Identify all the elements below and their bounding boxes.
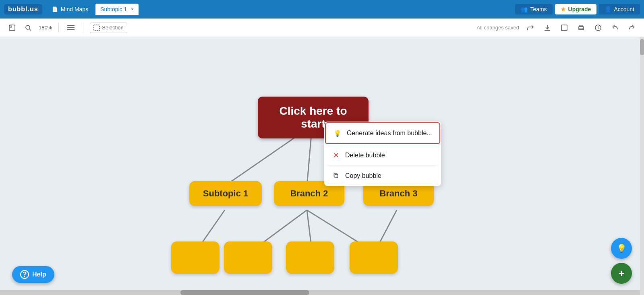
branch3-label: Branch 3 bbox=[379, 188, 417, 198]
fab-lightbulb-icon: 💡 bbox=[617, 243, 627, 253]
ctx-generate-ideas[interactable]: 💡 Generate ideas from bubble... bbox=[325, 122, 440, 144]
account-icon: 👤 bbox=[605, 6, 611, 12]
history-icon[interactable] bbox=[592, 22, 604, 33]
sub-node-1[interactable] bbox=[171, 241, 219, 274]
tab-close-icon[interactable]: × bbox=[131, 6, 134, 12]
toolbar-right: All changes saved bbox=[476, 22, 638, 33]
horizontal-scrollbar-thumb[interactable] bbox=[180, 290, 309, 295]
svg-rect-7 bbox=[94, 25, 99, 31]
upgrade-label: Upgrade bbox=[568, 6, 591, 12]
star-icon: ★ bbox=[561, 6, 566, 12]
fab-add-icon: + bbox=[618, 267, 624, 280]
help-label: Help bbox=[32, 271, 46, 278]
ctx-delete-bubble[interactable]: ✕ Delete bubble bbox=[324, 145, 441, 165]
mindmaps-icon: 📄 bbox=[52, 6, 58, 12]
sub-node-3[interactable] bbox=[286, 241, 334, 274]
context-menu: 💡 Generate ideas from bubble... ✕ Delete… bbox=[324, 122, 441, 186]
selection-button[interactable]: Selection bbox=[90, 23, 127, 33]
topbar: bubbl.us 📄 Mind Maps Subtopic 1 × 👥 Team… bbox=[0, 0, 644, 19]
horizontal-scrollbar[interactable] bbox=[0, 290, 644, 295]
svg-rect-9 bbox=[561, 25, 567, 31]
toolbar: 180% Selection All changes saved bbox=[0, 19, 644, 37]
upgrade-button[interactable]: ★ Upgrade bbox=[555, 4, 597, 14]
fab-add-button[interactable]: + bbox=[611, 263, 632, 284]
sub-node-4[interactable] bbox=[350, 241, 398, 274]
teams-icon: 👥 bbox=[521, 6, 528, 12]
tab-current[interactable]: Subtopic 1 × bbox=[95, 4, 139, 15]
download-icon[interactable] bbox=[542, 22, 553, 33]
help-button[interactable]: ? Help bbox=[12, 266, 54, 283]
sub-node-2[interactable] bbox=[224, 241, 272, 274]
logo-text: bubbl.us bbox=[8, 6, 38, 12]
account-button[interactable]: 👤 Account bbox=[599, 4, 640, 14]
svg-rect-1 bbox=[10, 26, 12, 27]
copy-icon: ⧉ bbox=[331, 171, 340, 180]
ctx-delete-label: Delete bubble bbox=[345, 152, 385, 159]
ctx-copy-label: Copy bubble bbox=[345, 172, 381, 179]
question-icon: ? bbox=[20, 270, 29, 279]
branch1-label: Subtopic 1 bbox=[203, 188, 248, 198]
svg-point-2 bbox=[26, 25, 30, 29]
svg-rect-11 bbox=[580, 28, 583, 29]
print-icon[interactable] bbox=[576, 22, 587, 33]
selection-label: Selection bbox=[102, 25, 123, 31]
ctx-copy-bubble[interactable]: ⧉ Copy bubble bbox=[324, 166, 441, 186]
delete-icon: ✕ bbox=[331, 151, 340, 160]
vertical-scrollbar-thumb[interactable] bbox=[640, 39, 644, 55]
share-icon[interactable] bbox=[525, 22, 536, 33]
teams-button[interactable]: 👥 Teams bbox=[515, 4, 552, 14]
logo[interactable]: bubbl.us bbox=[4, 4, 42, 14]
branch-node-1[interactable]: Subtopic 1 bbox=[189, 181, 262, 206]
home-button[interactable] bbox=[6, 22, 18, 33]
tab-current-label: Subtopic 1 bbox=[100, 6, 127, 12]
vertical-scrollbar[interactable] bbox=[640, 37, 644, 295]
branch2-label: Branch 2 bbox=[290, 188, 328, 198]
ctx-generate-label: Generate ideas from bubble... bbox=[347, 130, 432, 137]
canvas[interactable]: Click here to start Subtopic 1 Branch 2 … bbox=[0, 37, 644, 295]
tab-mindmaps[interactable]: 📄 Mind Maps bbox=[47, 4, 93, 15]
zoom-level: 180% bbox=[39, 25, 52, 31]
undo-icon[interactable] bbox=[609, 22, 621, 33]
redo-icon[interactable] bbox=[626, 22, 638, 33]
zoom-icon[interactable] bbox=[23, 22, 34, 33]
lightbulb-icon: 💡 bbox=[333, 129, 342, 138]
teams-label: Teams bbox=[530, 6, 547, 12]
tab-mindmaps-label: Mind Maps bbox=[61, 6, 88, 12]
svg-line-3 bbox=[29, 29, 31, 31]
menu-icon[interactable] bbox=[65, 22, 77, 33]
save-status: All changes saved bbox=[476, 25, 519, 31]
fullscreen-icon[interactable] bbox=[559, 22, 570, 33]
account-label: Account bbox=[614, 6, 634, 12]
fab-idea-button[interactable]: 💡 bbox=[611, 238, 632, 259]
